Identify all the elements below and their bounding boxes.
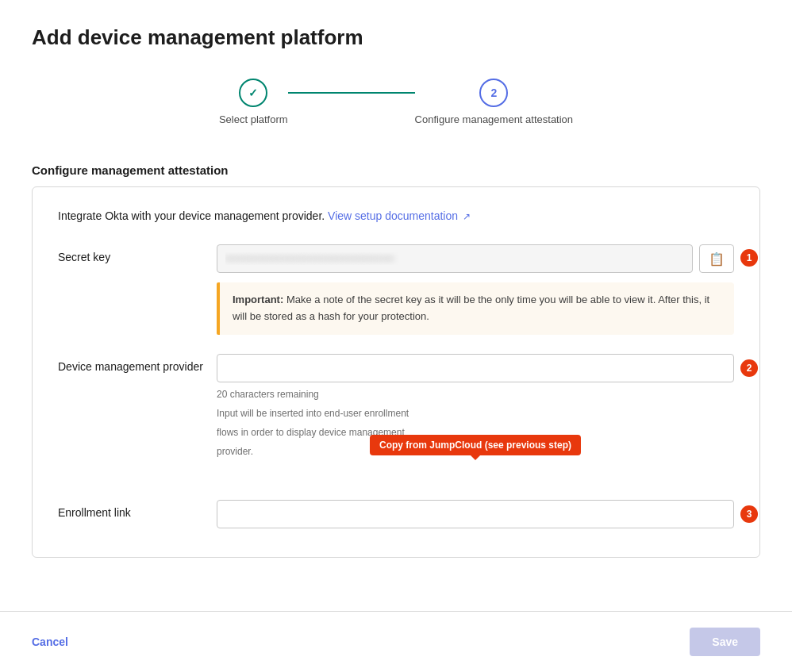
- step-1-circle: ✓: [239, 79, 267, 107]
- device-mgmt-hint1: Input will be inserted into end-user enr…: [217, 406, 734, 420]
- device-mgmt-input[interactable]: [217, 354, 734, 382]
- secret-key-badge: 1: [740, 249, 758, 267]
- main-card: Integrate Okta with your device manageme…: [32, 186, 760, 558]
- secret-key-input-row: 📋 1: [217, 244, 734, 273]
- enrollment-row: Enrollment link 3: [58, 500, 734, 528]
- stepper: ✓ Select platform 2 Configure management…: [32, 79, 760, 125]
- setup-doc-link[interactable]: View setup documentation ↗: [328, 209, 471, 222]
- enrollment-link-input[interactable]: [217, 500, 734, 528]
- step-connector: [288, 92, 415, 94]
- enrollment-badge: 3: [740, 505, 758, 523]
- secret-key-input[interactable]: [217, 244, 693, 273]
- warning-text: Make a note of the secret key as it will…: [233, 294, 709, 322]
- external-link-icon: ↗: [463, 211, 471, 222]
- copy-secret-key-button[interactable]: 📋: [699, 244, 734, 273]
- warning-content: Important: Make a note of the secret key…: [220, 282, 734, 335]
- chars-remaining: 20 characters remaining: [217, 387, 734, 401]
- secret-key-label: Secret key: [58, 244, 217, 263]
- secret-key-row: Secret key 📋 1 Important: Make a note of…: [58, 244, 734, 335]
- warning-box: Important: Make a note of the secret key…: [217, 282, 734, 335]
- integrate-text: Integrate Okta with your device manageme…: [58, 209, 325, 222]
- save-button[interactable]: Save: [690, 628, 760, 656]
- integrate-row: Integrate Okta with your device manageme…: [58, 209, 734, 222]
- page-title: Add device management platform: [32, 25, 760, 50]
- device-mgmt-hint3: provider.: [217, 444, 734, 459]
- enrollment-label: Enrollment link: [58, 500, 217, 519]
- section-label: Configure management attestation: [32, 163, 760, 177]
- step-1-label: Select platform: [219, 113, 288, 125]
- device-mgmt-badge: 2: [740, 359, 758, 377]
- step-2: 2 Configure management attestation: [415, 79, 573, 125]
- device-mgmt-content: 2 20 characters remaining Input will be …: [217, 354, 734, 462]
- page-container: Add device management platform ✓ Select …: [0, 0, 792, 558]
- device-mgmt-label: Device management provider: [58, 354, 217, 373]
- device-mgmt-row: Device management provider 2 20 characte…: [58, 354, 734, 462]
- device-mgmt-hint2: flows in order to display device managem…: [217, 425, 734, 440]
- cancel-button[interactable]: Cancel: [32, 636, 68, 648]
- step-2-circle: 2: [479, 79, 508, 107]
- step-1: ✓ Select platform: [219, 79, 288, 125]
- warning-title: Important:: [233, 294, 283, 305]
- copy-icon: 📋: [709, 252, 725, 267]
- secret-key-content: 📋 1 Important: Make a note of the secret…: [217, 244, 734, 335]
- step-2-label: Configure management attestation: [415, 113, 573, 125]
- step-1-icon: ✓: [248, 86, 258, 99]
- enrollment-content: 3: [217, 500, 734, 528]
- step-2-number: 2: [490, 86, 497, 99]
- page-footer: Cancel Save: [0, 611, 792, 672]
